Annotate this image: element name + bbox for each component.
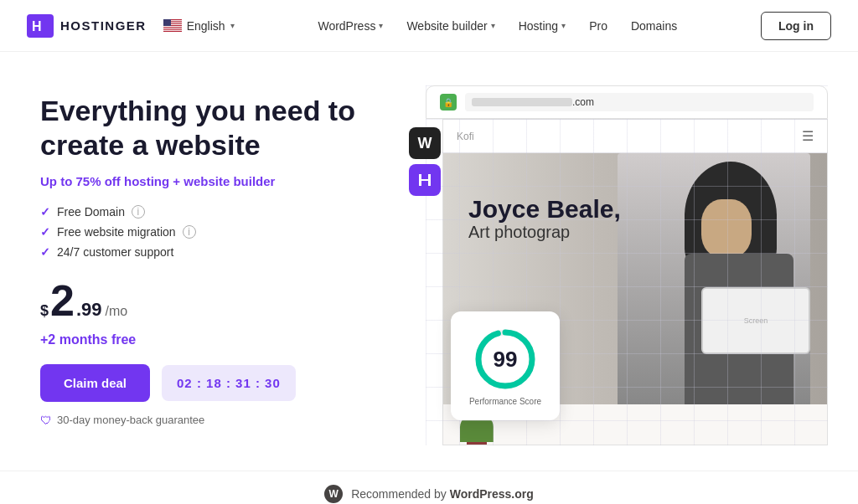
price-period: /mo — [106, 304, 128, 319]
logo-text: HOSTINGER — [60, 18, 147, 33]
nav-right: Log in — [761, 12, 831, 40]
guarantee-text: 30-day money-back guarantee — [57, 414, 204, 426]
left-panel: Everything you need to create a website … — [40, 85, 359, 445]
nav-item-pro[interactable]: Pro — [589, 19, 607, 33]
perf-number: 99 — [494, 346, 518, 372]
svg-rect-9 — [163, 19, 171, 26]
check-icon: ✓ — [40, 225, 50, 239]
url-bar[interactable]: .com — [465, 93, 814, 111]
cta-row: Claim deal 02 : 18 : 31 : 30 — [40, 364, 359, 402]
subheadline-suffix: off hosting + website builder — [101, 174, 276, 188]
feature-label: 24/7 customer support — [57, 245, 173, 259]
guarantee: 🛡 30-day money-back guarantee — [40, 414, 359, 427]
right-panel: 🔒 .com W — [359, 85, 828, 445]
person-face — [701, 199, 752, 258]
features-list: ✓ Free Domain i ✓ Free website migration… — [40, 205, 359, 259]
logo-icon: H — [27, 14, 54, 38]
info-icon[interactable]: i — [183, 225, 196, 239]
nav-left: H HOSTINGER English ▾ — [27, 14, 235, 38]
svg-rect-6 — [163, 26, 182, 27]
shield-icon: 🛡 — [40, 414, 52, 427]
svg-text:H: H — [32, 19, 42, 33]
hamburger-icon: ☰ — [802, 128, 814, 144]
footer: W Recommended by WordPress.org — [0, 471, 858, 504]
feature-item-migration: ✓ Free website migration i — [40, 225, 359, 239]
feature-item-domain: ✓ Free Domain i — [40, 205, 359, 219]
language-selector[interactable]: English ▾ — [163, 19, 235, 33]
browser-bar: 🔒 .com — [426, 85, 828, 119]
navbar: H HOSTINGER English ▾ WordPress ▾ — [0, 0, 858, 52]
wordpress-sidebar-icon[interactable]: W — [409, 127, 441, 159]
months-free: +2 months free — [40, 332, 359, 347]
ssl-lock-icon: 🔒 — [440, 94, 457, 111]
language-label: English — [187, 19, 225, 33]
nav-item-hosting[interactable]: Hosting ▾ — [519, 19, 566, 33]
perf-circle: 99 — [472, 326, 539, 393]
wordpress-footer-icon: W — [324, 485, 343, 503]
main-content: Everything you need to create a website … — [0, 52, 858, 471]
flag-icon — [163, 19, 182, 32]
feature-item-support: ✓ 24/7 customer support — [40, 245, 359, 259]
info-icon[interactable]: i — [132, 205, 145, 219]
h-logo-icon — [417, 172, 432, 188]
svg-rect-8 — [163, 30, 182, 31]
subheadline: Up to 75% off hosting + website builder — [40, 174, 359, 188]
preview-header: Kofi ☰ — [443, 120, 827, 153]
subheadline-prefix: Up to — [40, 174, 76, 188]
illustration: 🔒 .com W — [359, 85, 828, 445]
sidebar-icons: W — [409, 127, 441, 196]
chevron-down-icon: ▾ — [230, 21, 235, 30]
headline: Everything you need to create a website — [40, 94, 359, 162]
nav-item-website-builder[interactable]: Website builder ▾ — [406, 19, 494, 33]
url-com: .com — [572, 96, 594, 108]
footer-text: Recommended by WordPress.org — [351, 487, 534, 501]
perf-label: Performance Score — [469, 396, 541, 407]
price-decimal: .99 — [76, 301, 102, 319]
chevron-down-icon: ▾ — [561, 21, 566, 30]
feature-label: Free Domain — [57, 205, 125, 219]
countdown-timer: 02 : 18 : 31 : 30 — [162, 365, 296, 401]
price-main: 2 — [50, 279, 75, 322]
price-line: $ 2 .99 /mo — [40, 279, 359, 322]
logo[interactable]: H HOSTINGER — [27, 14, 147, 38]
svg-rect-7 — [163, 28, 182, 28]
preview-site-name: Kofi — [457, 131, 474, 142]
discount-text: 75% — [76, 174, 101, 188]
check-icon: ✓ — [40, 245, 50, 259]
hero-subtitle: Art photograp — [468, 223, 621, 242]
hostinger-sidebar-icon[interactable] — [409, 164, 441, 196]
chevron-down-icon: ▾ — [379, 21, 383, 30]
chevron-down-icon: ▾ — [491, 21, 495, 30]
nav-center: WordPress ▾ Website builder ▾ Hosting ▾ … — [318, 19, 677, 33]
laptop: Screen — [701, 287, 810, 354]
claim-deal-button[interactable]: Claim deal — [40, 364, 150, 402]
feature-label: Free website migration — [57, 225, 176, 239]
login-button[interactable]: Log in — [761, 12, 831, 40]
price-dollar: $ — [40, 303, 49, 318]
performance-card: 99 Performance Score — [451, 311, 560, 420]
hero-name: Joyce Beale, — [468, 195, 621, 223]
check-icon: ✓ — [40, 205, 50, 219]
nav-item-domains[interactable]: Domains — [631, 19, 677, 33]
price-block: $ 2 .99 /mo — [40, 279, 359, 322]
nav-item-wordpress[interactable]: WordPress ▾ — [318, 19, 383, 33]
hero-text-overlay: Joyce Beale, Art photograp — [468, 195, 621, 242]
